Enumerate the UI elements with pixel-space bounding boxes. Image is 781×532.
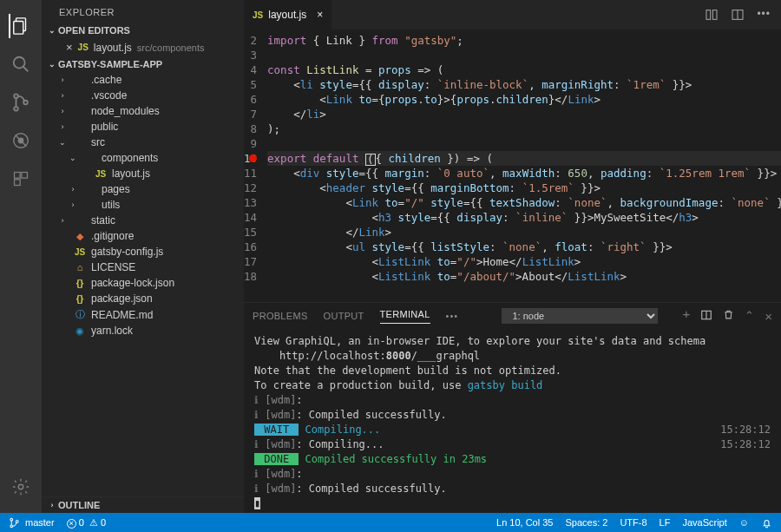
sidebar-title: EXPLORER	[42, 0, 244, 23]
code-editor[interactable]: 23456789101112131415161718 import { Link…	[244, 30, 781, 302]
activity-bar	[0, 0, 42, 513]
file-item[interactable]: JSlayout.js	[42, 166, 244, 181]
branch-icon[interactable]	[9, 517, 20, 529]
open-editors-section[interactable]: ⌄OPEN EDITORS	[42, 23, 244, 38]
svg-line-3	[23, 67, 29, 72]
folder-item[interactable]: ›.vscode	[42, 88, 244, 103]
folder-item[interactable]: ›node_modules	[42, 103, 244, 119]
tab-bar: JS layout.js × •••	[244, 0, 781, 30]
folder-item[interactable]: ›public	[42, 119, 244, 135]
status-errors[interactable]: × 0	[67, 517, 84, 529]
lic-icon: ⌂	[73, 262, 87, 273]
file-item[interactable]: ⌂LICENSE	[42, 259, 244, 275]
folder-item[interactable]: ›.cache	[42, 72, 244, 88]
kill-terminal-icon[interactable]	[723, 309, 734, 324]
new-terminal-icon[interactable]: +	[682, 309, 690, 324]
panel-tab-problems[interactable]: PROBLEMS	[253, 311, 308, 321]
svg-point-9	[18, 138, 23, 143]
terminal-output[interactable]: View GraphiQL, an in-browser IDE, to exp…	[244, 329, 781, 513]
json-icon: {}	[73, 278, 87, 288]
svg-point-22	[16, 520, 18, 522]
svg-rect-12	[15, 180, 21, 186]
svg-point-21	[10, 524, 13, 527]
svg-rect-11	[22, 173, 28, 179]
file-item[interactable]: {}package.json	[42, 291, 244, 306]
svg-rect-1	[14, 22, 23, 35]
search-icon[interactable]	[9, 52, 33, 76]
folder-item[interactable]: ›utils	[42, 197, 244, 213]
file-tree: ›.cache›.vscode›node_modules›public⌄src⌄…	[42, 72, 244, 496]
status-cursor-pos[interactable]: Ln 10, Col 35	[496, 517, 553, 528]
file-item[interactable]: ◆.gitignore	[42, 228, 244, 244]
svg-rect-14	[706, 10, 711, 20]
file-item[interactable]: JSgatsby-config.js	[42, 244, 244, 259]
editor-tab[interactable]: JS layout.js ×	[244, 0, 331, 30]
svg-point-13	[18, 484, 23, 489]
gear-icon[interactable]	[9, 475, 33, 499]
js-icon: JS	[253, 10, 263, 20]
folder-item[interactable]: ›static	[42, 213, 244, 228]
compare-icon[interactable]	[705, 8, 719, 22]
json-icon: {}	[73, 293, 87, 304]
svg-rect-15	[713, 10, 718, 20]
status-eol[interactable]: LF	[660, 517, 671, 528]
sidebar: EXPLORER ⌄OPEN EDITORS × JS layout.js sr…	[42, 0, 244, 513]
outline-section[interactable]: ›OUTLINE	[42, 496, 244, 513]
scm-icon[interactable]	[9, 90, 33, 115]
js-icon: JS	[78, 43, 89, 52]
status-spaces[interactable]: Spaces: 2	[565, 517, 607, 528]
status-branch[interactable]: master	[25, 517, 55, 528]
debug-icon[interactable]	[9, 128, 33, 153]
panel-close-icon[interactable]: ×	[765, 309, 772, 324]
file-item[interactable]: ⓘREADME.md	[42, 306, 244, 323]
panel-maximize-icon[interactable]: ⌃	[745, 309, 754, 324]
line-gutter: 23456789101112131415161718	[244, 30, 267, 302]
more-icon[interactable]: •••	[757, 8, 771, 22]
yarn-icon: ◉	[73, 325, 87, 337]
status-bar: master × 0 ⚠ 0 Ln 10, Col 35 Spaces: 2 U…	[0, 513, 781, 532]
svg-point-4	[14, 94, 18, 98]
folder-item[interactable]: ›pages	[42, 181, 244, 197]
panel-tab-output[interactable]: OUTPUT	[324, 311, 364, 321]
info-icon: ⓘ	[73, 308, 87, 321]
split-editor-icon[interactable]	[731, 8, 745, 22]
extensions-icon[interactable]	[9, 167, 33, 191]
folder-item[interactable]: ⌄src	[42, 135, 244, 150]
svg-point-2	[14, 57, 25, 69]
svg-rect-10	[15, 173, 21, 179]
file-item[interactable]: {}package-lock.json	[42, 275, 244, 291]
notifications-bell-icon[interactable]	[761, 517, 772, 529]
tab-close-icon[interactable]: ×	[317, 9, 323, 21]
git-icon: ◆	[73, 231, 87, 242]
project-section[interactable]: ⌄GATSBY-SAMPLE-APP	[42, 56, 244, 72]
folder-item[interactable]: ⌄components	[42, 150, 244, 166]
terminal-select[interactable]: 1: node	[502, 308, 658, 324]
panel-tabs: PROBLEMS OUTPUT TERMINAL ••• 1: node + ⌃…	[244, 303, 781, 329]
js-icon: JS	[94, 168, 108, 179]
close-icon[interactable]: ×	[66, 41, 73, 54]
status-warnings[interactable]: ⚠ 0	[89, 517, 106, 529]
breakpoint-icon[interactable]	[249, 154, 257, 162]
more-icon[interactable]: •••	[446, 311, 459, 321]
js-icon: JS	[73, 246, 87, 257]
status-encoding[interactable]: UTF-8	[620, 517, 646, 528]
split-terminal-icon[interactable]	[700, 309, 712, 324]
file-item[interactable]: ◉yarn.lock	[42, 323, 244, 338]
svg-point-5	[14, 107, 18, 111]
bottom-panel: PROBLEMS OUTPUT TERMINAL ••• 1: node + ⌃…	[244, 302, 781, 513]
status-lang[interactable]: JavaScript	[682, 517, 726, 528]
explorer-icon[interactable]	[9, 14, 33, 38]
editor-area: JS layout.js × ••• 234567891011121314151…	[244, 0, 781, 513]
open-editor-item[interactable]: × JS layout.js src/components	[42, 38, 244, 56]
svg-point-20	[10, 518, 13, 521]
feedback-smile-icon[interactable]: ☺	[739, 517, 749, 528]
svg-point-6	[23, 101, 28, 105]
panel-tab-terminal[interactable]: TERMINAL	[380, 309, 430, 324]
